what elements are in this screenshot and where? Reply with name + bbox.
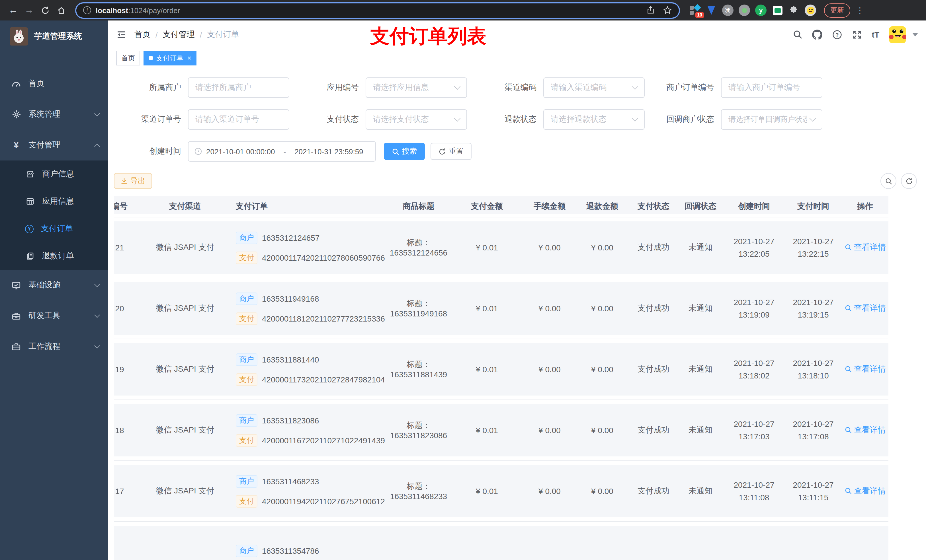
site-info-icon[interactable]: i [83,6,91,14]
font-size-icon[interactable]: tT [872,30,879,39]
chevron-down-icon [454,83,461,90]
merchant-tag: 商户 [236,475,257,488]
briefcase-icon [11,342,21,352]
export-button[interactable]: 导出 [114,173,152,189]
sidebar-logo[interactable]: 芋道管理系统 [0,21,108,52]
channel-order-no-input[interactable]: 请输入渠道订单号 [188,109,289,130]
header-search-icon[interactable] [793,30,802,39]
status-cell: 支付成功 [629,425,678,435]
view-detail-link[interactable]: 查看详情 [844,242,886,253]
reload-icon[interactable] [38,3,52,18]
pay-status-select[interactable]: 请选择支付状态 [366,109,467,130]
sidebar-item-merchant-info[interactable]: 商户信息 [0,160,108,188]
extension-emoji-icon[interactable] [805,5,816,16]
update-button[interactable]: 更新 [824,3,850,17]
refresh-icon[interactable] [901,173,917,189]
extension-kite-icon[interactable] [706,5,717,16]
toolbox-icon [11,311,21,321]
github-icon[interactable] [812,29,822,39]
logo-rabbit-image [10,27,28,45]
callback-status-select[interactable]: 请选择订单回调商户状态 [721,109,822,130]
yen-circle-icon: ¥ [25,225,33,233]
sidebar-item-infra[interactable]: 基础设施 [0,270,108,300]
extensions-row: 10 ⌘ y [689,5,816,16]
avatar-caret-icon[interactable] [912,33,918,36]
create-time-range-picker[interactable]: 2021-10-01 00:00:00 - 2021-10-31 23:59:5… [188,141,376,162]
table-row: 18 微信 JSAPI 支付 商户1635311823086 支付4200001… [114,400,888,461]
view-detail-link[interactable]: 查看详情 [844,425,886,435]
chevron-down-icon [94,312,100,318]
reset-button[interactable]: 重置 [431,143,472,160]
help-icon[interactable]: ? [832,29,842,39]
table-row: 20 微信 JSAPI 支付 商户1635311949168 支付4200001… [114,278,888,339]
toggle-search-icon[interactable] [881,173,896,189]
storefront-icon [25,170,35,179]
svg-text:?: ? [835,32,838,38]
status-cell: 支付成功 [629,486,678,496]
app-select[interactable]: 请选择应用信息 [366,77,467,98]
extension-badge-icon[interactable]: 10 [689,5,701,16]
sidebar-menu: 首页 系统管理 ¥ 支付管理 [0,68,108,362]
extension-puzzle-icon[interactable] [788,5,800,16]
tag-home[interactable]: 首页 [116,51,140,65]
search-button[interactable]: 搜索 [384,143,425,160]
dashboard-icon [11,79,21,89]
table-row-partial: 商户1635311354786 [114,522,888,560]
view-detail-link[interactable]: 查看详情 [844,303,886,314]
sidebar-toggle-icon[interactable] [116,29,126,39]
active-dot [149,56,153,60]
fullscreen-icon[interactable] [852,29,862,39]
bookmark-star-icon[interactable] [663,6,672,15]
breadcrumb-home[interactable]: 首页 [135,29,150,39]
document-copy-icon [25,252,35,261]
browser-menu-icon[interactable]: ⋮ [856,6,864,15]
gear-icon [11,110,21,119]
close-icon[interactable]: × [188,54,191,62]
extension-chat-icon[interactable] [772,5,783,16]
table-grid-icon [25,197,35,206]
date-end: 2021-10-31 23:59:59 [294,147,363,155]
chevron-down-icon [632,115,639,122]
table-row: 17 微信 JSAPI 支付 商户1635311468233 支付4200001… [114,461,888,522]
screen: ← → i localhost:1024/pay/order 10 [0,0,926,560]
share-icon[interactable] [646,6,655,15]
merchant-select[interactable]: 请选择所属商户 [188,77,289,98]
back-icon[interactable]: ← [6,3,21,18]
breadcrumb: 首页 / 支付管理 / 支付订单 [135,29,239,39]
yen-icon: ¥ [11,140,21,150]
view-detail-link[interactable]: 查看详情 [844,486,886,496]
extension-command-icon[interactable]: ⌘ [722,5,734,16]
forward-icon[interactable]: → [22,3,36,18]
chevron-down-icon [632,83,639,90]
sidebar-item-devtools[interactable]: 研发工具 [0,300,108,331]
merchant-order-no-input[interactable]: 请输入商户订单编号 [721,77,822,98]
home-icon[interactable] [53,3,68,18]
sidebar-item-app-info[interactable]: 应用信息 [0,188,108,215]
sidebar-item-home[interactable]: 首页 [0,68,108,99]
extension-dot-icon[interactable] [738,5,750,16]
url-bar[interactable]: i localhost:1024/pay/order [75,2,680,18]
table-row: 21 微信 JSAPI 支付 商户1635312124657 支付4200001… [114,217,888,278]
sidebar-item-workflow[interactable]: 工作流程 [0,331,108,362]
sidebar-item-pay-order[interactable]: ¥ 支付订单 [0,215,108,242]
sidebar-item-refund-order[interactable]: 退款订单 [0,242,108,270]
chevron-up-icon [94,143,100,149]
orders-table: 编号 支付渠道 支付订单 商品标题 支付金额 手续金额 退款金额 支付状态 回调… [114,196,920,560]
tags-view: 首页 支付订单 × [108,48,926,68]
tag-pay-order[interactable]: 支付订单 × [144,51,197,65]
breadcrumb-pay[interactable]: 支付管理 [163,29,195,39]
extension-y-icon[interactable]: y [755,5,767,16]
user-avatar[interactable] [889,26,906,43]
pay-tag: 支付 [236,434,257,447]
sidebar-item-system[interactable]: 系统管理 [0,99,108,130]
breadcrumb-current: 支付订单 [207,29,239,39]
url-text: localhost:1024/pay/order [96,6,180,15]
status-cell: 支付成功 [629,242,678,253]
channel-code-select[interactable]: 请输入渠道编码 [543,77,645,98]
sidebar-item-pay[interactable]: ¥ 支付管理 [0,130,108,160]
merchant-tag: 商户 [236,353,257,366]
pay-tag: 支付 [236,373,257,386]
refund-status-select[interactable]: 请选择退款状态 [543,109,645,130]
annotation-title: 支付订单列表 [370,23,486,50]
view-detail-link[interactable]: 查看详情 [844,364,886,374]
